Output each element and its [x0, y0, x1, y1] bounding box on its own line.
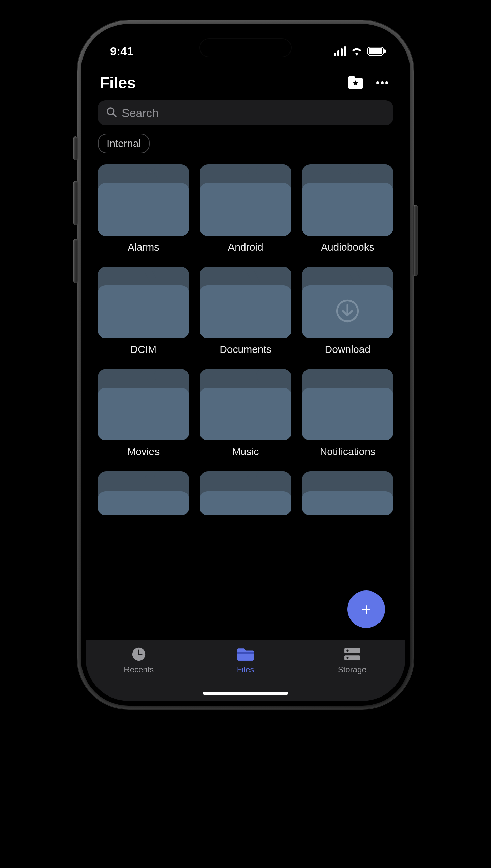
more-button[interactable]: [376, 80, 388, 86]
tab-files[interactable]: Files: [192, 646, 299, 687]
tab-recents[interactable]: Recents: [86, 646, 192, 687]
folder-label: Movies: [98, 446, 189, 458]
tab-label: Files: [237, 665, 254, 674]
folder-dcim[interactable]: DCIM: [98, 267, 189, 355]
tab-label: Storage: [338, 665, 367, 674]
search-input[interactable]: [122, 106, 385, 120]
folder-partial[interactable]: [200, 471, 291, 515]
clock-icon: [131, 646, 147, 663]
svg-point-4: [381, 81, 384, 84]
side-button-power: [414, 205, 418, 276]
folder-partial[interactable]: [302, 471, 393, 515]
storage-icon: [344, 646, 361, 663]
tab-bar: Recents Files Storage: [86, 640, 405, 701]
download-icon: [336, 299, 359, 324]
folder-label: Alarms: [98, 241, 189, 253]
side-button-vol-up: [73, 181, 77, 225]
side-button-silence: [73, 136, 77, 160]
folder-notifications[interactable]: Notifications: [302, 369, 393, 458]
folder-download[interactable]: Download: [302, 267, 393, 355]
tab-storage[interactable]: Storage: [299, 646, 405, 687]
folder-label: Documents: [200, 344, 291, 355]
svg-rect-2: [384, 49, 386, 53]
storage-chip-internal[interactable]: Internal: [98, 134, 150, 153]
folder-star-icon: [348, 76, 363, 89]
favorites-folder-button[interactable]: [348, 76, 363, 90]
fab-add-button[interactable]: +: [347, 590, 385, 628]
folder-partial[interactable]: [98, 471, 189, 515]
search-icon: [106, 107, 117, 119]
search-bar[interactable]: [98, 100, 393, 125]
home-indicator[interactable]: [203, 692, 288, 695]
svg-point-16: [346, 657, 348, 659]
svg-line-7: [113, 114, 116, 117]
svg-point-5: [385, 81, 388, 84]
folder-alarms[interactable]: Alarms: [98, 164, 189, 253]
folder-label: DCIM: [98, 344, 189, 355]
svg-rect-1: [369, 48, 382, 54]
svg-rect-12: [237, 652, 254, 654]
tab-label: Recents: [124, 665, 154, 674]
folder-label: Audiobooks: [302, 241, 393, 253]
folder-android[interactable]: Android: [200, 164, 291, 253]
side-button-vol-down: [73, 239, 77, 283]
notch: [199, 38, 292, 57]
page-title: Files: [100, 74, 136, 92]
wifi-icon: [351, 47, 362, 56]
folder-icon: [237, 646, 254, 663]
plus-icon: +: [361, 600, 371, 619]
folder-movies[interactable]: Movies: [98, 369, 189, 458]
folder-label: Notifications: [302, 446, 393, 458]
svg-point-15: [346, 649, 348, 652]
folder-label: Android: [200, 241, 291, 253]
battery-icon: [367, 47, 386, 56]
device-frame: 9:41 Files: [77, 20, 414, 709]
status-time: 9:41: [110, 45, 133, 58]
folder-music[interactable]: Music: [200, 369, 291, 458]
more-icon: [376, 81, 388, 85]
folder-label: Download: [302, 344, 393, 355]
svg-point-3: [376, 81, 379, 84]
folder-grid: Alarms Android Audiobooks DCIM Documents: [86, 156, 405, 515]
chip-label: Internal: [107, 138, 141, 149]
folder-documents[interactable]: Documents: [200, 267, 291, 355]
folder-label: Music: [200, 446, 291, 458]
folder-audiobooks[interactable]: Audiobooks: [302, 164, 393, 253]
cellular-icon: [334, 46, 346, 56]
